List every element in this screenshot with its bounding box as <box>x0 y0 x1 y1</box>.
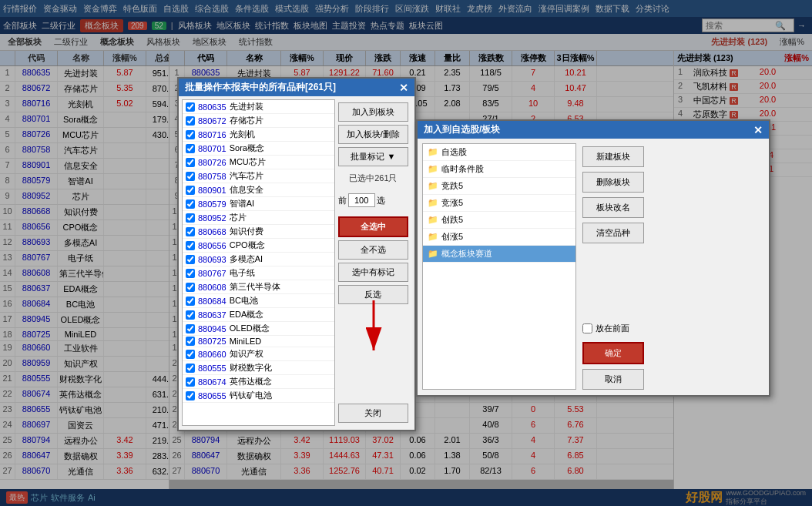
folder-name: 自选股 <box>441 146 467 158</box>
folder-item[interactable]: 📁 自选股 <box>423 144 575 161</box>
stock-checkbox[interactable] <box>186 391 195 400</box>
folder-list[interactable]: 📁 自选股📁 临时条件股📁 竞跌5📁 竞涨5📁 创跌5📁 创涨5📁 概念板块赛道 <box>422 143 576 390</box>
batch-stock-item[interactable]: 880726 MCU芯片 <box>183 156 334 169</box>
stock-code: 880701 <box>198 144 226 153</box>
stock-name: OLED概念 <box>230 323 270 334</box>
stock-code: 880672 <box>198 116 226 126</box>
stock-checkbox[interactable] <box>186 102 195 112</box>
folder-item[interactable]: 📁 临时条件股 <box>423 161 575 178</box>
folder-item[interactable]: 📁 竞涨5 <box>423 195 575 212</box>
page-input[interactable] <box>348 193 375 207</box>
batch-stock-item[interactable]: 880693 多模态AI <box>183 253 334 266</box>
stock-checkbox[interactable] <box>186 116 195 126</box>
stock-checkbox[interactable] <box>186 213 195 223</box>
stock-name: 存储芯片 <box>230 115 263 126</box>
folder-name: 概念板块赛道 <box>441 248 492 260</box>
confirm-btn[interactable]: 确定 <box>582 342 644 364</box>
stock-name: 芯片 <box>230 212 247 223</box>
stock-checkbox[interactable] <box>186 377 195 387</box>
cancel-btn[interactable]: 取消 <box>582 369 644 390</box>
stock-name: EDA概念 <box>230 309 264 320</box>
stock-checkbox[interactable] <box>186 310 195 320</box>
batch-stock-item[interactable]: 880901 信息安全 <box>183 183 334 197</box>
folder-item[interactable]: 📁 竞跌5 <box>423 178 575 195</box>
watchlist-dialog-title: 加入到自选股/板块 ✕ <box>418 121 769 139</box>
stock-checkbox[interactable] <box>186 269 195 278</box>
deselect-btn[interactable]: 全不选 <box>338 240 408 260</box>
stock-checkbox[interactable] <box>186 130 195 139</box>
stock-name: 财税数字化 <box>230 362 272 374</box>
select-all-btn[interactable]: 全选中 <box>338 216 408 237</box>
batch-mark-btn[interactable]: 批量标记 ▼ <box>338 147 408 166</box>
stock-code: 880635 <box>198 102 226 112</box>
stock-checkbox[interactable] <box>186 337 195 346</box>
batch-stock-item[interactable]: 880555 财税数字化 <box>183 361 334 375</box>
stock-code: 880945 <box>198 324 226 333</box>
stock-checkbox[interactable] <box>186 158 195 167</box>
stock-checkbox[interactable] <box>186 364 195 373</box>
stock-name: MCU芯片 <box>230 156 266 168</box>
rename-board-btn[interactable]: 板块改名 <box>582 197 644 218</box>
batch-stock-item[interactable]: 880684 BC电池 <box>183 294 334 308</box>
watchlist-dialog-close[interactable]: ✕ <box>753 124 763 136</box>
stock-name: 电子纸 <box>230 267 255 279</box>
del-board-btn[interactable]: 删除板块 <box>582 172 644 193</box>
batch-stock-item[interactable]: 880635 先进封装 <box>183 100 334 114</box>
stock-code: 880693 <box>198 255 226 264</box>
stock-name: 知识付费 <box>230 226 263 237</box>
batch-stock-item[interactable]: 880945 OLED概念 <box>183 322 334 336</box>
stock-checkbox[interactable] <box>186 186 195 195</box>
batch-stock-item[interactable]: 880608 第三代半导体 <box>183 280 334 294</box>
batch-stock-item[interactable]: 880952 芯片 <box>183 211 334 225</box>
stock-checkbox[interactable] <box>186 199 195 209</box>
batch-stock-item[interactable]: 880701 Sora概念 <box>183 142 334 156</box>
folder-item[interactable]: 📁 创涨5 <box>423 229 575 246</box>
stock-checkbox[interactable] <box>186 297 195 306</box>
batch-dialog-close[interactable]: ✕ <box>399 82 408 94</box>
batch-stock-item[interactable]: 880672 存储芯片 <box>183 114 334 128</box>
stock-checkbox[interactable] <box>186 144 195 153</box>
stock-checkbox[interactable] <box>186 255 195 264</box>
batch-dialog: 批量操作本报表中的所有品种[261只] ✕ 880635 先进封装 880672… <box>177 77 416 431</box>
stock-checkbox[interactable] <box>186 241 195 250</box>
stock-name: 知识产权 <box>230 348 263 360</box>
stock-code: 880637 <box>198 310 226 320</box>
batch-stock-item[interactable]: 880637 EDA概念 <box>183 308 334 322</box>
checkbox-row: 放在前面 <box>582 323 644 334</box>
folder-item[interactable]: 📁 概念板块赛道 <box>423 246 575 263</box>
batch-buttons: 加入到板块 加入板块/删除 批量标记 ▼ 已选中261只 前 选 全选中 全不选… <box>335 99 411 426</box>
close-batch-btn[interactable]: 关闭 <box>338 404 408 423</box>
stock-checkbox[interactable] <box>186 324 195 333</box>
select-marked-btn[interactable]: 选中有标记 <box>338 263 408 282</box>
folder-icon: 📁 <box>428 232 438 242</box>
stock-code: 880555 <box>198 364 226 373</box>
clear-stocks-btn[interactable]: 清空品种 <box>582 223 644 243</box>
batch-stock-item[interactable]: 880725 MiniLED <box>183 336 334 347</box>
add-to-board-btn[interactable]: 加入到板块 <box>338 102 408 122</box>
batch-stock-item[interactable]: 880758 汽车芯片 <box>183 169 334 183</box>
batch-stock-list[interactable]: 880635 先进封装 880672 存储芯片 880716 光刻机 88070… <box>182 99 335 426</box>
new-board-btn[interactable]: 新建板块 <box>582 146 644 167</box>
stock-checkbox[interactable] <box>186 172 195 181</box>
add-remove-btn[interactable]: 加入板块/删除 <box>338 125 408 144</box>
stock-code: 880726 <box>198 158 226 167</box>
stock-code: 880952 <box>198 213 226 223</box>
folder-item[interactable]: 📁 创跌5 <box>423 212 575 229</box>
batch-stock-item[interactable]: 880674 英伟达概念 <box>183 375 334 389</box>
front-checkbox[interactable] <box>582 323 592 333</box>
batch-dialog-title-text: 批量操作本报表中的所有品种[261只] <box>185 81 336 94</box>
watchlist-dialog-title-text: 加入到自选股/板块 <box>424 123 500 136</box>
batch-stock-item[interactable]: 880716 光刻机 <box>183 128 334 142</box>
batch-stock-item[interactable]: 880668 知识付费 <box>183 225 334 239</box>
batch-stock-item[interactable]: 880655 钙钛矿电池 <box>183 389 334 403</box>
stock-code: 880758 <box>198 172 226 181</box>
batch-stock-item[interactable]: 880767 电子纸 <box>183 266 334 280</box>
invert-btn[interactable]: 反选 <box>338 285 408 304</box>
batch-stock-item[interactable]: 880579 智谱AI <box>183 197 334 211</box>
batch-stock-item[interactable]: 880660 知识产权 <box>183 347 334 361</box>
stock-checkbox[interactable] <box>186 350 195 359</box>
batch-stock-item[interactable]: 880656 CPO概念 <box>183 239 334 253</box>
stock-checkbox[interactable] <box>186 283 195 292</box>
folder-name: 临时条件股 <box>441 163 484 175</box>
stock-checkbox[interactable] <box>186 227 195 236</box>
